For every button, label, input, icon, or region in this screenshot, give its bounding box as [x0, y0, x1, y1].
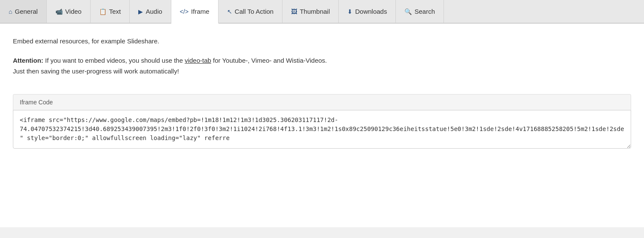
video-tab-link[interactable]: video-tab — [185, 57, 211, 64]
tab-downloads-label: Downloads — [355, 8, 387, 15]
tab-search-label: Search — [414, 8, 435, 15]
attention-block: Attention: If you want to embed videos, … — [13, 55, 631, 77]
tab-thumbnail[interactable]: 🖼 Thumbnail — [283, 0, 339, 23]
tab-bar: ⌂ General 📹 Video 📋 Text ▶ Audio </> Ifr… — [0, 0, 644, 24]
attention-line2: Just then saving the user-progress will … — [13, 67, 179, 75]
tab-downloads[interactable]: ⬇ Downloads — [339, 0, 396, 23]
attention-suffix: for Youtube-, Vimeo- and Wistia-Videos. — [211, 57, 327, 64]
tab-text-label: Text — [109, 8, 121, 15]
iframe-code-label: Iframe Code — [13, 94, 631, 110]
tab-cta-label: Call To Action — [235, 8, 274, 15]
iframe-code-section: Iframe Code — [13, 94, 631, 150]
search-icon: 🔍 — [404, 8, 412, 15]
tab-general-label: General — [15, 8, 37, 15]
description-text: Embed external resources, for example Sl… — [13, 37, 631, 46]
tab-audio[interactable]: ▶ Audio — [130, 0, 171, 23]
tab-video-label: Video — [65, 8, 82, 15]
attention-text: If you want to embed videos, you should … — [43, 57, 185, 64]
video-icon: 📹 — [55, 8, 63, 15]
tab-call-to-action[interactable]: ↖ Call To Action — [219, 0, 283, 23]
tab-audio-label: Audio — [146, 8, 162, 15]
home-icon: ⌂ — [9, 8, 12, 15]
content-area: Embed external resources, for example Sl… — [0, 24, 644, 227]
tab-general[interactable]: ⌂ General — [0, 0, 47, 23]
image-icon: 🖼 — [291, 8, 297, 15]
text-icon: 📋 — [99, 8, 106, 15]
tab-iframe[interactable]: </> Iframe — [171, 0, 219, 24]
tab-thumbnail-label: Thumbnail — [300, 8, 330, 15]
tab-search[interactable]: 🔍 Search — [396, 0, 444, 23]
iframe-icon: </> — [180, 8, 188, 15]
tab-text[interactable]: 📋 Text — [91, 0, 130, 23]
tab-video[interactable]: 📹 Video — [47, 0, 91, 23]
audio-icon: ▶ — [138, 8, 143, 15]
tab-iframe-label: Iframe — [191, 8, 210, 15]
iframe-code-input[interactable] — [13, 110, 631, 149]
attention-label: Attention: — [13, 57, 43, 64]
cursor-icon: ↖ — [227, 8, 232, 15]
download-icon: ⬇ — [347, 8, 352, 15]
